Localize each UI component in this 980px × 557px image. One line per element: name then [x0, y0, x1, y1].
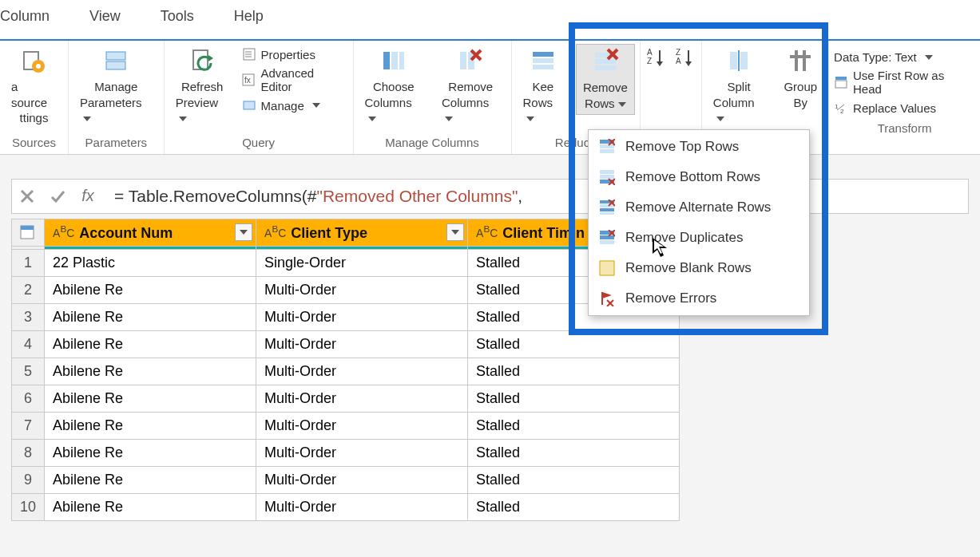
table-row[interactable]: 4Abilene ReMulti-OrderStalled — [12, 331, 680, 358]
table-row[interactable]: 6Abilene ReMulti-OrderStalled — [12, 385, 680, 413]
dropdown-item-remove-alternate-rows[interactable]: Remove Alternate Rows — [589, 192, 809, 223]
dropdown-item-remove-duplicates[interactable]: Remove Duplicates — [589, 223, 809, 253]
menu-tools[interactable]: Tools — [161, 8, 194, 25]
svg-rect-16 — [399, 52, 404, 69]
formula-input[interactable]: = Table.RemoveColumns(#"Removed Other Co… — [103, 187, 968, 206]
refresh-preview-button[interactable]: Refresh Preview — [169, 44, 236, 129]
cell-account-num[interactable]: Abilene Re — [45, 277, 256, 304]
ribbon-group-label: Transform — [878, 121, 932, 135]
dropdown-item-remove-blank-rows[interactable]: Remove Blank Rows — [589, 253, 809, 283]
cell-client-timing[interactable]: Stalled — [468, 413, 680, 440]
dropdown-item-remove-errors[interactable]: Remove Errors — [589, 283, 809, 314]
cell-account-num[interactable]: 22 Plastic — [45, 250, 256, 277]
cell-account-num[interactable]: Abilene Re — [45, 331, 256, 358]
cell-client-type[interactable]: Multi-Order — [256, 440, 468, 467]
advanced-editor-button[interactable]: fx Advanced Editor — [242, 66, 348, 93]
dropdown-item-remove-bottom-rows[interactable]: Remove Bottom Rows — [589, 162, 809, 192]
cell-client-type[interactable]: Multi-Order — [256, 331, 468, 358]
cell-client-type[interactable]: Multi-Order — [256, 413, 468, 440]
filter-icon[interactable] — [446, 223, 464, 241]
table-row[interactable]: 8Abilene ReMulti-OrderStalled — [12, 440, 680, 467]
cell-client-timing[interactable]: Stalled — [468, 358, 680, 385]
cell-account-num[interactable]: Abilene Re — [45, 304, 256, 331]
cell-account-num[interactable]: Abilene Re — [45, 440, 256, 467]
manage-button[interactable]: Manage — [242, 98, 348, 113]
cell-account-num[interactable]: Abilene Re — [45, 467, 256, 494]
manage-parameters-button[interactable]: Manage Parameters — [73, 44, 159, 129]
column-header-client-type[interactable]: ABCClient Type — [256, 219, 468, 247]
svg-rect-3 — [106, 52, 125, 60]
cell-client-timing[interactable]: Stalled — [468, 385, 680, 413]
svg-rect-25 — [595, 59, 616, 64]
cell-client-type[interactable]: Multi-Order — [256, 304, 468, 331]
table-row[interactable]: 7Abilene ReMulti-OrderStalled — [12, 413, 680, 440]
replace-values-button[interactable]: 12 Replace Values — [834, 101, 975, 115]
cell-account-num[interactable]: Abilene Re — [45, 413, 256, 440]
cell-client-timing[interactable]: Stalled — [468, 494, 680, 521]
cancel-formula-button[interactable] — [12, 189, 42, 203]
cell-client-type[interactable]: Multi-Order — [256, 385, 468, 413]
table-row[interactable]: 10Abilene ReMulti-OrderStalled — [12, 494, 680, 521]
cell-account-num[interactable]: Abilene Re — [45, 385, 256, 413]
cell-account-num[interactable]: Abilene Re — [45, 358, 256, 385]
keep-rows-icon — [530, 47, 557, 74]
cell-client-timing[interactable]: Stalled — [468, 467, 680, 494]
row-number: 1 — [12, 250, 45, 277]
cell-client-timing[interactable]: Stalled — [468, 331, 680, 358]
label-line: Split — [728, 79, 751, 95]
fx-button[interactable]: fx — [73, 187, 103, 205]
remove-columns-button[interactable]: Remove Columns — [435, 44, 506, 129]
table-row[interactable]: 9Abilene ReMulti-OrderStalled — [12, 467, 680, 494]
cell-client-type[interactable]: Multi-Order — [256, 467, 468, 494]
label-line: Rows — [585, 96, 626, 112]
cell-client-type[interactable]: Multi-Order — [256, 494, 468, 521]
column-label: Account Num — [79, 224, 173, 240]
use-first-row-headers-button[interactable]: Use First Row as Head — [834, 69, 975, 96]
row-number: 5 — [12, 358, 45, 385]
column-header-account-num[interactable]: ABCAccount Num — [45, 219, 256, 247]
cell-client-type[interactable]: Multi-Order — [256, 358, 468, 385]
table-row[interactable]: 122 PlasticSingle-OrderStalled — [12, 250, 680, 277]
group-by-button[interactable]: Group By — [777, 44, 823, 113]
data-source-settings-button[interactable]: a source ttings — [5, 44, 63, 129]
cell-client-timing[interactable]: Stalled — [468, 440, 680, 467]
filter-icon[interactable] — [235, 223, 252, 241]
cell-client-type[interactable]: Single-Order — [256, 250, 468, 277]
svg-rect-57 — [600, 175, 614, 179]
svg-text:A: A — [647, 48, 653, 57]
ribbon-group-parameters: Manage Parameters Parameters — [69, 41, 165, 154]
menu-column[interactable]: Column — [0, 8, 50, 25]
choose-columns-button[interactable]: Choose Columns — [359, 44, 430, 129]
cell-account-num[interactable]: Abilene Re — [45, 494, 256, 521]
dropdown-item-remove-top-rows[interactable]: Remove Top Rows — [589, 132, 809, 162]
menu-view[interactable]: View — [89, 8, 121, 25]
svg-text:Z: Z — [676, 48, 680, 57]
svg-rect-72 — [600, 261, 614, 275]
ribbon-group-label: Sources — [12, 136, 56, 149]
cell-client-type[interactable]: Multi-Order — [256, 277, 468, 304]
properties-button[interactable]: Properties — [242, 47, 348, 61]
svg-rect-15 — [391, 52, 398, 69]
label-line: Group — [784, 79, 817, 95]
svg-marker-36 — [685, 61, 692, 66]
split-column-button[interactable]: Split Column — [707, 44, 772, 129]
select-all-corner[interactable] — [12, 219, 45, 247]
sort-asc-button[interactable]: AZ — [645, 44, 668, 74]
remove-rows-button[interactable]: Remove Rows — [576, 44, 635, 115]
menu-help[interactable]: Help — [234, 8, 264, 25]
table-row[interactable]: 3Abilene ReMulti-OrderStalled — [12, 304, 680, 331]
table-row[interactable]: 2Abilene ReMulti-OrderStalled — [12, 277, 680, 304]
data-type-button[interactable]: Data Type: Text — [834, 50, 975, 64]
table-row[interactable]: 5Abilene ReMulti-OrderStalled — [12, 358, 680, 385]
keep-rows-button[interactable]: Kee Rows — [517, 44, 569, 129]
ribbon-group-query: Refresh Preview Properties fx Advanced E… — [165, 41, 354, 154]
commit-formula-button[interactable] — [42, 188, 73, 204]
sort-desc-button[interactable]: ZA — [674, 44, 696, 74]
label-line: a source — [11, 79, 57, 110]
svg-rect-42 — [803, 50, 806, 71]
ribbon: a source ttings Sources Manage Parameter… — [0, 41, 980, 155]
label-line: Remove — [448, 79, 493, 95]
rows-alt-icon — [598, 199, 616, 216]
refresh-icon — [188, 47, 216, 74]
svg-rect-14 — [383, 52, 390, 69]
